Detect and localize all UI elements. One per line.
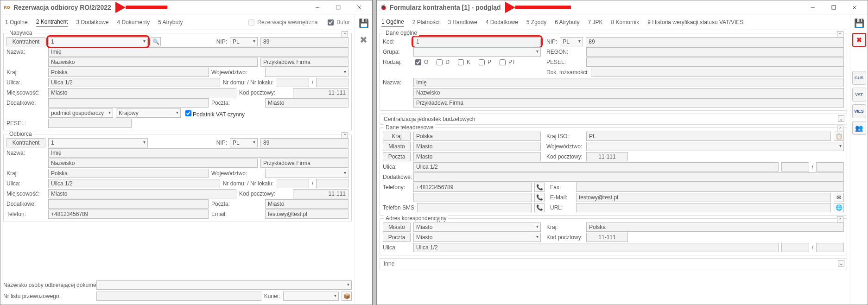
collapse-inne[interactable]: ⌄ bbox=[838, 260, 844, 267]
inp-nazwisko-r[interactable] bbox=[413, 88, 844, 97]
close-button-r[interactable] bbox=[844, 1, 865, 14]
inp-poczta-odb[interactable] bbox=[265, 199, 348, 209]
group-inne[interactable]: Inne ⌄ bbox=[380, 258, 847, 269]
group-centralizacja[interactable]: Centralizacja jednostek budżetowych ⌄ bbox=[380, 114, 847, 125]
inp-ak-nrdomu[interactable] bbox=[781, 243, 809, 252]
tab-r-historia[interactable]: 9 Historia weryfikacji statusu VAT/VIES bbox=[647, 18, 743, 26]
sel-krajowy-nab[interactable]: Krajowy bbox=[116, 108, 181, 118]
sel-woj-r[interactable] bbox=[586, 142, 844, 151]
inp-nazwisko-nab[interactable] bbox=[48, 57, 258, 67]
inp-kraj-nab[interactable] bbox=[48, 68, 209, 77]
inp-nrdomu-odb[interactable] bbox=[277, 179, 309, 188]
tab-r-komornik[interactable]: 8 Komornik bbox=[611, 18, 640, 26]
inp-dodatk-odb[interactable] bbox=[48, 199, 209, 209]
collapse-nabywca[interactable]: ⌃ bbox=[342, 31, 348, 38]
chk-vatczynny[interactable]: Podatnik VAT czynny bbox=[184, 109, 245, 118]
inp-ak-kodp[interactable] bbox=[586, 233, 628, 242]
inp-imie-nab[interactable] bbox=[48, 47, 348, 57]
inp-kodp-r[interactable] bbox=[586, 152, 628, 161]
inp-nrlok-odb[interactable] bbox=[316, 179, 348, 188]
btn-kurier-send[interactable]: 📦 bbox=[342, 292, 352, 301]
inp-fax[interactable] bbox=[576, 183, 844, 192]
collapse-centralizacja[interactable]: ⌄ bbox=[838, 115, 844, 122]
minimize-button[interactable] bbox=[307, 1, 328, 14]
inp-nrdomu-r[interactable] bbox=[781, 162, 809, 172]
inp-url[interactable] bbox=[576, 203, 831, 212]
chk-rodzaj-d[interactable]: D bbox=[435, 58, 450, 67]
side-save-left[interactable]: 💾 bbox=[357, 16, 371, 30]
inp-kraj-r[interactable] bbox=[413, 132, 541, 141]
sel-nipcc-nab[interactable]: PL bbox=[230, 37, 258, 46]
btn-tel-dial[interactable]: 📞 bbox=[534, 183, 545, 192]
minimize-button-r[interactable] bbox=[802, 1, 823, 14]
inp-telefony[interactable] bbox=[413, 183, 532, 192]
inp-poczta-r[interactable] bbox=[413, 152, 541, 161]
btn-tel2-dial[interactable]: 📞 bbox=[534, 193, 545, 202]
inp-telefon-odb[interactable] bbox=[48, 210, 209, 219]
magnify-kontrahent-nab[interactable]: 🔍 bbox=[151, 37, 161, 46]
maximize-button-r[interactable] bbox=[823, 1, 844, 14]
btn-ak-miasto[interactable]: Miasto bbox=[383, 222, 411, 232]
inp-ak-nrlok[interactable] bbox=[816, 243, 844, 252]
collapse-dane-ogolne[interactable]: ⌃ bbox=[837, 31, 843, 38]
tab-r-dodatkowe[interactable]: 4 Dodatkowe bbox=[486, 18, 518, 26]
close-button[interactable] bbox=[348, 1, 369, 14]
inp-miejsc-nab[interactable] bbox=[48, 88, 236, 97]
sel-kontrahent-nab[interactable]: 1 bbox=[48, 37, 148, 46]
sel-kontrahent-odb[interactable]: 1 bbox=[48, 138, 148, 147]
tab-dodatkowe[interactable]: 3 Dodatkowe bbox=[76, 18, 108, 26]
chk-rodzaj-k[interactable]: K bbox=[456, 58, 470, 67]
chk-rezerwacja-wewn[interactable]: Rezerwacja wewnętrzna bbox=[247, 18, 317, 27]
inp-ulica-odb[interactable] bbox=[48, 179, 220, 188]
maximize-button[interactable] bbox=[328, 1, 348, 14]
inp-regon[interactable] bbox=[586, 47, 844, 57]
collapse-dane-tele[interactable]: ⌃ bbox=[837, 126, 843, 132]
inp-telsms[interactable] bbox=[417, 203, 532, 212]
btn-email-send[interactable]: ✉ bbox=[834, 193, 844, 202]
inp-kodp-nab[interactable] bbox=[293, 88, 348, 97]
btn-miasto[interactable]: Miasto bbox=[383, 142, 411, 151]
inp-firma-r[interactable] bbox=[413, 98, 844, 108]
sel-ak-poczta[interactable]: Miasto bbox=[413, 233, 541, 242]
collapse-odbiorca[interactable]: ⌃ bbox=[342, 132, 348, 139]
sel-woj-odb[interactable] bbox=[265, 169, 348, 178]
inp-email-odb[interactable] bbox=[265, 210, 348, 219]
inp-ak-ulica[interactable] bbox=[413, 243, 779, 252]
chk-rodzaj-p[interactable]: P bbox=[477, 58, 491, 67]
chk-rodzaj-o[interactable]: O bbox=[413, 58, 428, 67]
btn-sms-send[interactable]: 📞 bbox=[534, 203, 545, 212]
inp-kodp-odb[interactable] bbox=[293, 189, 348, 198]
sel-woj-nab[interactable] bbox=[265, 68, 348, 77]
tab-dokumenty[interactable]: 4 Dokumenty bbox=[117, 18, 150, 26]
tab-r-zgody[interactable]: 5 Zgody bbox=[526, 18, 546, 26]
chk-rodzaj-pt[interactable]: PT bbox=[498, 58, 515, 67]
side-cancel-r[interactable]: ✖ bbox=[852, 33, 866, 47]
side-vat[interactable]: VAT bbox=[852, 88, 866, 102]
inp-poczta-nab[interactable] bbox=[265, 98, 348, 108]
splitter[interactable] bbox=[373, 0, 376, 305]
inp-nrdomu-nab[interactable] bbox=[277, 78, 309, 87]
sel-nipcc-odb[interactable]: PL bbox=[230, 138, 258, 147]
inp-nip-nab[interactable] bbox=[260, 37, 348, 46]
inp-kraj-odb[interactable] bbox=[48, 169, 209, 178]
inp-nip-r[interactable] bbox=[586, 37, 844, 46]
sel-ak-miasto[interactable]: Miasto bbox=[413, 222, 541, 232]
inp-pesel-r[interactable] bbox=[586, 57, 844, 67]
inp-doktozs[interactable] bbox=[591, 68, 844, 77]
tab-atrybuty[interactable]: 5 Atrybuty bbox=[158, 18, 183, 26]
tab-kontrahent[interactable]: 2 Kontrahent bbox=[36, 18, 68, 27]
side-vies[interactable]: VIES bbox=[852, 104, 866, 118]
tab-ogolne[interactable]: 1 Ogólne bbox=[5, 18, 28, 26]
inp-ulica-nab[interactable] bbox=[48, 78, 220, 87]
tab-r-atrybuty[interactable]: 6 Atrybuty bbox=[555, 18, 579, 26]
sel-kurier[interactable] bbox=[283, 292, 339, 301]
sel-nipcc-r[interactable]: PL bbox=[560, 37, 583, 46]
btn-kraj[interactable]: Kraj bbox=[383, 132, 411, 141]
inp-tel2[interactable] bbox=[413, 193, 532, 202]
inp-nip-odb[interactable] bbox=[260, 138, 348, 147]
btn-kontrahent-nab[interactable]: Kontrahent bbox=[6, 37, 45, 46]
inp-dodatk-nab[interactable] bbox=[48, 98, 209, 108]
sel-podmiot-nab[interactable]: podmiot gospodarczy bbox=[48, 108, 113, 118]
inp-ulica-r[interactable] bbox=[413, 162, 779, 172]
btn-poczta[interactable]: Poczta bbox=[383, 152, 411, 161]
